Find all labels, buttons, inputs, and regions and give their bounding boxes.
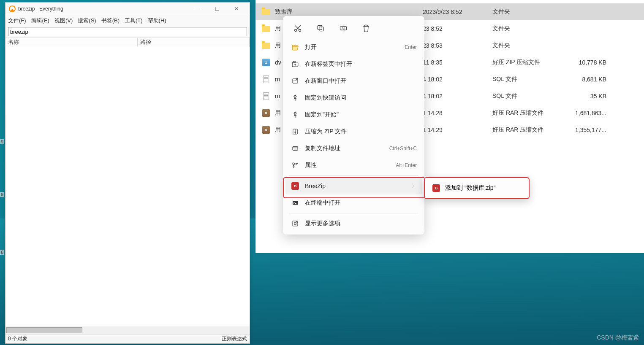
menu-view[interactable]: 视图(V) [54, 17, 73, 24]
svg-point-0 [295, 30, 297, 32]
chevron-right-icon: 〉 [412, 183, 417, 190]
context-item-copy-path[interactable]: 复制文件地址Ctrl+Shift+C [285, 140, 422, 157]
new-tab-icon [291, 60, 300, 68]
context-label: 在终端中打开 [305, 199, 417, 207]
properties-icon [291, 162, 300, 169]
delete-icon[interactable] [361, 23, 372, 34]
breezip-icon: B [291, 182, 300, 190]
context-top-actions: A [285, 19, 422, 39]
folder-icon [261, 25, 271, 32]
new-window-icon [291, 77, 300, 85]
cut-icon[interactable] [292, 23, 303, 34]
menu-file[interactable]: 文件(F) [8, 17, 26, 24]
svg-rect-13 [293, 79, 298, 84]
svg-rect-27 [293, 221, 298, 226]
submenu-add-to-zip[interactable]: B 添加到 "数据库.zip" [427, 181, 526, 196]
context-label: 在新标签页中打开 [305, 60, 417, 68]
context-item-terminal[interactable]: 在终端中打开 [285, 194, 422, 211]
file-type: SQL 文件 [492, 75, 566, 83]
everything-app-icon [9, 5, 16, 12]
file-size: 8,681 KB [566, 76, 606, 83]
status-regex: 正则表达式 [222, 335, 247, 342]
file-type: 好压 RAR 压缩文件 [492, 109, 566, 117]
context-shortcut: Alt+Enter [396, 162, 417, 168]
svg-rect-10 [293, 61, 296, 62]
pin-start-icon [291, 111, 300, 119]
context-item-properties[interactable]: 属性Alt+Enter [285, 157, 422, 174]
svg-rect-21 [293, 147, 298, 151]
compress-icon [291, 128, 300, 135]
context-item-new-tab[interactable]: 在新标签页中打开 [285, 56, 422, 73]
menubar: 文件(F) 编辑(E) 视图(V) 搜索(S) 书签(B) 工具(T) 帮助(H… [5, 15, 250, 26]
file-size: 1,681,863... [566, 110, 606, 116]
svg-rect-5 [318, 25, 322, 30]
file-size: 1,355,177... [566, 127, 606, 133]
results-list[interactable] [5, 47, 250, 326]
context-item-open[interactable]: 打开Enter [285, 39, 422, 56]
rar-icon: R [261, 126, 271, 134]
svg-text:A: A [342, 27, 344, 30]
file-date: 1 14:28 [423, 110, 492, 116]
edge-artifact: 9 [0, 192, 4, 197]
context-shortcut: Enter [405, 44, 417, 50]
column-path[interactable]: 路径 [138, 38, 250, 47]
menu-edit[interactable]: 编辑(E) [31, 17, 49, 24]
file-type: 文件夹 [492, 8, 566, 16]
file-date: 11 8:35 [423, 59, 492, 66]
context-item-compress[interactable]: 压缩为 ZIP 文件 [285, 123, 422, 140]
everything-window: breezip - Everything ─ ☐ ✕ 文件(F) 编辑(E) 视… [5, 2, 250, 344]
close-button[interactable]: ✕ [227, 3, 246, 15]
context-item-new-window[interactable]: 在新窗口中打开 [285, 73, 422, 89]
file-type: 文件夹 [492, 25, 566, 32]
file-date: 23 8:53 [423, 42, 492, 49]
file-date: 1 14:29 [423, 127, 492, 133]
context-label: 打开 [305, 43, 405, 51]
folder-icon [261, 42, 271, 49]
file-name: 数据库 [275, 8, 423, 16]
titlebar[interactable]: breezip - Everything ─ ☐ ✕ [5, 3, 250, 15]
context-label: 在新窗口中打开 [305, 77, 417, 85]
menu-bookmarks[interactable]: 书签(B) [101, 17, 120, 24]
context-label: BreeZip [305, 183, 412, 189]
column-name[interactable]: 名称 [5, 38, 138, 47]
file-size: 10,778 KB [566, 59, 606, 66]
menu-tools[interactable]: 工具(T) [125, 17, 143, 24]
context-label: 固定到"开始" [305, 111, 417, 119]
maximize-button[interactable]: ☐ [207, 3, 227, 15]
svg-line-3 [295, 25, 299, 29]
file-type: 好压 RAR 压缩文件 [492, 126, 566, 134]
menu-search[interactable]: 搜索(S) [78, 17, 96, 24]
menu-help[interactable]: 帮助(H) [148, 17, 166, 24]
rename-icon[interactable]: A [338, 23, 349, 34]
horizontal-scrollbar[interactable] [5, 326, 250, 334]
context-separator [289, 175, 418, 176]
status-object-count: 0 个对象 [8, 335, 27, 342]
svg-point-24 [293, 163, 295, 165]
column-headers: 名称 路径 [5, 37, 250, 47]
context-item-more[interactable]: 显示更多选项 [285, 215, 422, 232]
context-label: 复制文件地址 [305, 145, 389, 152]
edge-artifact: 6 [0, 250, 4, 255]
search-input[interactable] [8, 27, 247, 36]
context-item-breezip[interactable]: BBreeZip〉 [285, 178, 422, 194]
context-item-pin-start[interactable]: 固定到"开始" [285, 106, 422, 123]
context-label: 压缩为 ZIP 文件 [305, 128, 417, 135]
folder-icon [261, 8, 271, 16]
open-icon [291, 43, 300, 51]
minimize-button[interactable]: ─ [188, 3, 207, 15]
file-date: 4 18:02 [423, 93, 492, 100]
statusbar: 0 个对象 正则表达式 [5, 334, 250, 343]
file-type: 好压 ZIP 压缩文件 [492, 59, 566, 66]
svg-point-1 [299, 30, 301, 32]
context-item-pin[interactable]: 固定到快速访问 [285, 89, 422, 106]
context-separator [289, 213, 418, 213]
context-label: 固定到快速访问 [305, 94, 417, 102]
watermark: CSDN @梅蓝紫 [597, 334, 639, 342]
zip-icon: Z [261, 59, 271, 66]
breezip-submenu: B 添加到 "数据库.zip" [424, 177, 530, 199]
file-date: 2023/9/23 8:52 [423, 8, 492, 15]
rar-icon: R [261, 109, 271, 117]
file-date: 4 18:02 [423, 76, 492, 83]
sql-icon [261, 75, 271, 83]
copy-icon[interactable] [315, 23, 326, 34]
